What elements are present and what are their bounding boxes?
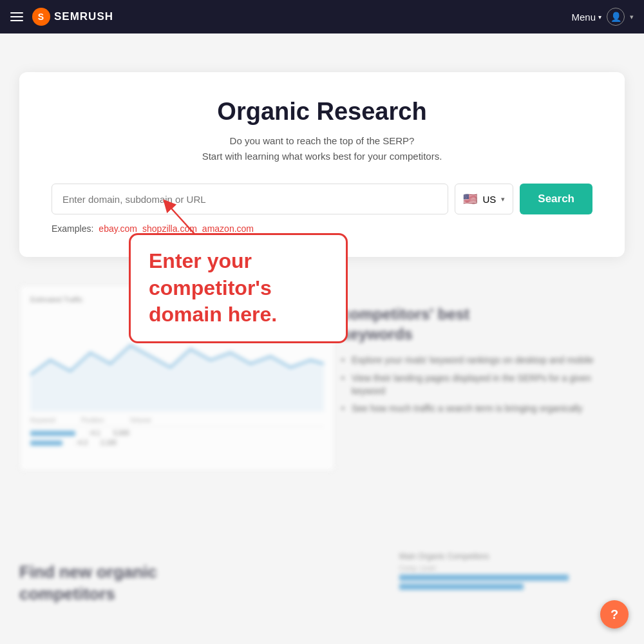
chart-table: Keyword Position Volume ↑4.1 5,500 ↑4.3 … (30, 417, 324, 446)
search-row: 🇺🇸 US ▾ Search (52, 184, 592, 214)
country-select[interactable]: 🇺🇸 US ▾ (455, 184, 513, 214)
page-title: Organic Research (52, 98, 592, 126)
examples-label: Examples: (52, 223, 93, 234)
chart-table-header: Keyword Position Volume (30, 417, 324, 427)
volume-2: 2,100 (100, 439, 117, 446)
bottom-left-section: Find new organic competitors (19, 562, 157, 605)
menu-button[interactable]: Menu ▾ (571, 12, 601, 23)
top-navigation: S SEMRUSH Menu ▾ 👤 ▾ (0, 0, 644, 33)
chevron-down-icon: ▾ (598, 14, 601, 21)
keyword-bar-2 (30, 440, 62, 446)
tooltip-text: Enter your competitor's domain here. (149, 248, 328, 328)
search-input[interactable] (52, 184, 448, 214)
bottom-left-title: Find new organic competitors (19, 562, 157, 605)
flag-icon: 🇺🇸 (463, 192, 477, 206)
logo-icon: S (32, 8, 50, 26)
competitors-section: Main Organic Competitors Comp. Level (399, 552, 625, 592)
position-2: ↑4.3 (75, 439, 88, 446)
card-subtitle: Do you want to reach the top of the SERP… (52, 133, 592, 164)
position-1: ↑4.1 (88, 430, 100, 437)
example-link-ebay[interactable]: ebay.com (99, 223, 137, 234)
semrush-logo: S SEMRUSH (32, 8, 113, 26)
subtitle-line1: Do you want to reach the top of the SERP… (230, 135, 415, 146)
hamburger-menu[interactable] (10, 12, 23, 21)
user-icon[interactable]: 👤 (607, 8, 625, 26)
logo-text: SEMRUSH (54, 10, 113, 23)
subtitle-line2: Start with learning what works best for … (202, 151, 442, 162)
col-position: Position (81, 417, 104, 424)
annotation-tooltip: Enter your competitor's domain here. (129, 233, 348, 343)
feature-list: Explore your rivals' keyword rankings on… (341, 354, 625, 415)
country-code: US (482, 194, 496, 205)
help-button[interactable]: ? (600, 600, 629, 629)
user-chevron-icon: ▾ (630, 13, 634, 21)
annotation-container: Enter your competitor's domain here. (129, 233, 348, 343)
bg-right-section: competitors' best keywords Explore your … (341, 304, 625, 421)
menu-label: Menu (571, 12, 596, 23)
nav-right: Menu ▾ 👤 ▾ (571, 8, 634, 26)
volume-1: 5,500 (113, 430, 129, 437)
list-item: See how much traffic a search term is br… (341, 402, 625, 415)
main-content: Estimated Traffic Keyword Position Volum… (0, 33, 644, 644)
col-volume: Volume (129, 417, 151, 424)
keyword-bar-1 (30, 431, 75, 436)
comp-bar-2 (399, 583, 524, 590)
examples-row: Examples: ebay.com shopzilla.com amazon.… (52, 223, 592, 234)
comp-level-label: Comp. Level (399, 565, 625, 572)
select-chevron-icon: ▾ (501, 195, 505, 204)
main-card: Organic Research Do you want to reach th… (19, 72, 625, 257)
competitors-title: Main Organic Competitors (399, 552, 625, 561)
table-row: ↑4.3 2,100 (30, 439, 324, 446)
search-button[interactable]: Search (520, 184, 592, 214)
comp-bar-1 (399, 574, 569, 581)
right-section-title: competitors' best keywords (341, 304, 625, 344)
list-item: Explore your rivals' keyword rankings on… (341, 354, 625, 367)
svg-marker-0 (30, 345, 324, 412)
table-row: ↑4.1 5,500 (30, 430, 324, 437)
col-keyword: Keyword (30, 417, 55, 424)
list-item: View their landing pages displayed in th… (341, 372, 625, 397)
nav-left: S SEMRUSH (10, 8, 113, 26)
